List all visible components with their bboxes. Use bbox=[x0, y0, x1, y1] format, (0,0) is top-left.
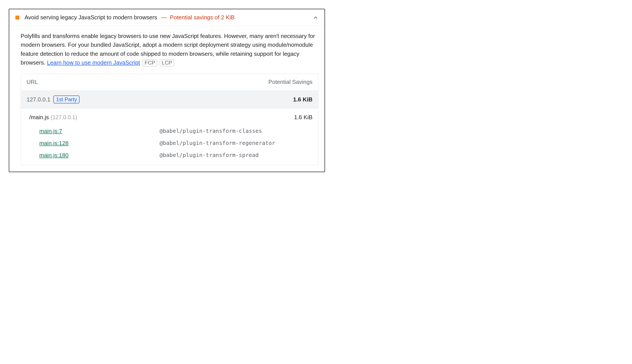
metric-badge-lcp: LCP bbox=[160, 59, 174, 66]
plugin-name: @babel/plugin-transform-spread bbox=[160, 152, 312, 159]
origin-host: 127.0.0.1 bbox=[26, 96, 50, 103]
title-separator: — bbox=[161, 14, 167, 21]
transform-row: main.js:180 @babel/plugin-transform-spre… bbox=[26, 149, 312, 161]
audit-body: Polyfills and transforms enable legacy b… bbox=[9, 26, 324, 172]
transform-list: main.js:7 @babel/plugin-transform-classe… bbox=[21, 123, 318, 165]
result-table: URL Potential Savings 127.0.0.1 1st Part… bbox=[21, 74, 318, 165]
file-path: /main.js bbox=[29, 114, 49, 121]
transform-row: main.js:128 @babel/plugin-transform-rege… bbox=[26, 137, 312, 149]
transform-row: main.js:7 @babel/plugin-transform-classe… bbox=[26, 125, 312, 137]
chevron-up-icon[interactable] bbox=[313, 15, 318, 20]
origin-savings: 1.6 KiB bbox=[293, 96, 312, 103]
audit-panel: Avoid serving legacy JavaScript to moder… bbox=[9, 9, 325, 172]
file-savings: 1.6 KiB bbox=[294, 114, 312, 121]
column-header-savings: Potential Savings bbox=[268, 78, 312, 86]
source-link[interactable]: main.js:7 bbox=[39, 128, 62, 134]
column-header-url: URL bbox=[26, 78, 268, 86]
origin-row: 127.0.0.1 1st Party 1.6 KiB bbox=[21, 90, 318, 109]
savings-summary: Potential savings of 2 KiB bbox=[170, 14, 235, 21]
metric-badge-fcp: FCP bbox=[143, 59, 157, 66]
table-header: URL Potential Savings bbox=[21, 74, 318, 90]
status-square-icon bbox=[15, 16, 19, 20]
plugin-name: @babel/plugin-transform-classes bbox=[160, 128, 312, 134]
audit-header[interactable]: Avoid serving legacy JavaScript to moder… bbox=[9, 9, 324, 26]
learn-more-link[interactable]: Learn how to use modern JavaScript bbox=[47, 59, 140, 66]
plugin-name: @babel/plugin-transform-regenerator bbox=[160, 140, 312, 147]
first-party-badge: 1st Party bbox=[53, 96, 80, 104]
audit-description: Polyfills and transforms enable legacy b… bbox=[21, 32, 318, 67]
audit-title: Avoid serving legacy JavaScript to moder… bbox=[24, 14, 157, 21]
file-row: /main.js (127.0.0.1) 1.6 KiB bbox=[21, 109, 318, 123]
source-link[interactable]: main.js:180 bbox=[39, 152, 68, 159]
source-link[interactable]: main.js:128 bbox=[39, 140, 68, 147]
file-host: (127.0.0.1) bbox=[51, 114, 77, 120]
